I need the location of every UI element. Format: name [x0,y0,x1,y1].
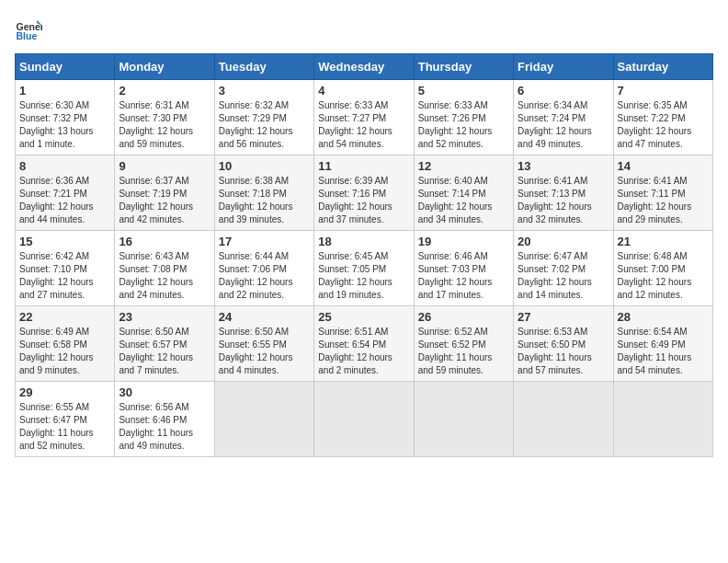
day-number: 13 [518,159,609,173]
day-number: 2 [119,84,210,98]
calendar-week-row: 22 Sunrise: 6:49 AMSunset: 6:58 PMDaylig… [16,306,713,382]
calendar-cell: 29 Sunrise: 6:55 AMSunset: 6:47 PMDaylig… [16,382,115,457]
day-number: 11 [318,159,409,173]
day-info: Sunrise: 6:43 AMSunset: 7:08 PMDaylight:… [119,251,193,300]
calendar-cell: 16 Sunrise: 6:43 AMSunset: 7:08 PMDaylig… [115,231,214,306]
day-info: Sunrise: 6:33 AMSunset: 7:27 PMDaylight:… [318,100,392,149]
calendar-cell: 6 Sunrise: 6:34 AMSunset: 7:24 PMDayligh… [514,80,613,155]
day-info: Sunrise: 6:41 AMSunset: 7:13 PMDaylight:… [518,176,592,224]
day-number: 21 [618,235,709,248]
day-number: 28 [618,310,709,324]
day-info: Sunrise: 6:46 AMSunset: 7:03 PMDaylight:… [418,251,493,300]
day-info: Sunrise: 6:34 AMSunset: 7:24 PMDaylight:… [518,100,592,149]
calendar-week-row: 29 Sunrise: 6:55 AMSunset: 6:47 PMDaylig… [16,382,713,457]
calendar-cell: 4 Sunrise: 6:33 AMSunset: 7:27 PMDayligh… [314,80,414,155]
day-info: Sunrise: 6:48 AMSunset: 7:00 PMDaylight:… [618,251,692,300]
day-number: 7 [618,84,709,98]
day-info: Sunrise: 6:51 AMSunset: 6:54 PMDaylight:… [318,327,392,375]
day-number: 6 [518,84,609,98]
calendar-cell: 15 Sunrise: 6:42 AMSunset: 7:10 PMDaylig… [16,231,115,306]
day-info: Sunrise: 6:42 AMSunset: 7:10 PMDaylight:… [19,251,94,300]
calendar-cell: 10 Sunrise: 6:38 AMSunset: 7:18 PMDaylig… [214,155,313,231]
calendar-cell [414,382,513,457]
calendar-cell: 24 Sunrise: 6:50 AMSunset: 6:55 PMDaylig… [214,306,313,382]
day-number: 8 [19,159,110,173]
day-info: Sunrise: 6:30 AMSunset: 7:32 PMDaylight:… [19,100,94,149]
logo-icon: General Blue [15,15,42,42]
day-info: Sunrise: 6:50 AMSunset: 6:55 PMDaylight:… [219,327,293,375]
calendar-cell: 20 Sunrise: 6:47 AMSunset: 7:02 PMDaylig… [514,231,613,306]
svg-text:Blue: Blue [17,30,38,41]
calendar-cell: 1 Sunrise: 6:30 AMSunset: 7:32 PMDayligh… [16,80,115,155]
day-number: 3 [219,84,310,98]
day-number: 12 [418,159,509,173]
calendar-cell: 3 Sunrise: 6:32 AMSunset: 7:29 PMDayligh… [214,80,313,155]
calendar-table: SundayMondayTuesdayWednesdayThursdayFrid… [15,53,713,457]
weekday-header: Sunday [16,54,115,80]
weekday-header: Friday [514,54,613,80]
weekday-header: Saturday [613,54,712,80]
calendar-cell: 30 Sunrise: 6:56 AMSunset: 6:46 PMDaylig… [115,382,214,457]
weekday-header: Thursday [414,54,513,80]
calendar-cell: 8 Sunrise: 6:36 AMSunset: 7:21 PMDayligh… [16,155,115,231]
weekday-header: Monday [115,54,214,80]
day-number: 17 [219,235,310,248]
day-info: Sunrise: 6:41 AMSunset: 7:11 PMDaylight:… [618,176,692,224]
day-info: Sunrise: 6:50 AMSunset: 6:57 PMDaylight:… [119,327,193,375]
day-number: 22 [19,310,110,324]
calendar-cell: 7 Sunrise: 6:35 AMSunset: 7:22 PMDayligh… [613,80,712,155]
day-info: Sunrise: 6:40 AMSunset: 7:14 PMDaylight:… [418,176,493,224]
weekday-header-row: SundayMondayTuesdayWednesdayThursdayFrid… [16,54,713,80]
day-info: Sunrise: 6:52 AMSunset: 6:52 PMDaylight:… [418,327,493,375]
calendar-cell: 23 Sunrise: 6:50 AMSunset: 6:57 PMDaylig… [115,306,214,382]
day-info: Sunrise: 6:47 AMSunset: 7:02 PMDaylight:… [518,251,592,300]
calendar-cell: 28 Sunrise: 6:54 AMSunset: 6:49 PMDaylig… [613,306,712,382]
day-number: 27 [518,310,609,324]
logo: General Blue [15,15,42,42]
day-number: 24 [219,310,310,324]
calendar-cell: 11 Sunrise: 6:39 AMSunset: 7:16 PMDaylig… [314,155,414,231]
day-info: Sunrise: 6:56 AMSunset: 6:46 PMDaylight:… [119,402,193,451]
page-header: General Blue [15,15,713,42]
day-number: 20 [518,235,609,248]
calendar-cell: 17 Sunrise: 6:44 AMSunset: 7:06 PMDaylig… [214,231,313,306]
calendar-cell: 2 Sunrise: 6:31 AMSunset: 7:30 PMDayligh… [115,80,214,155]
calendar-week-row: 8 Sunrise: 6:36 AMSunset: 7:21 PMDayligh… [16,155,713,231]
calendar-cell: 26 Sunrise: 6:52 AMSunset: 6:52 PMDaylig… [414,306,513,382]
day-info: Sunrise: 6:36 AMSunset: 7:21 PMDaylight:… [19,176,94,224]
day-info: Sunrise: 6:35 AMSunset: 7:22 PMDaylight:… [618,100,692,149]
weekday-header: Tuesday [214,54,313,80]
day-info: Sunrise: 6:39 AMSunset: 7:16 PMDaylight:… [318,176,392,224]
day-number: 9 [119,159,210,173]
calendar-cell: 12 Sunrise: 6:40 AMSunset: 7:14 PMDaylig… [414,155,513,231]
day-number: 29 [19,385,110,399]
calendar-cell: 27 Sunrise: 6:53 AMSunset: 6:50 PMDaylig… [514,306,613,382]
calendar-cell [613,382,712,457]
day-info: Sunrise: 6:33 AMSunset: 7:26 PMDaylight:… [418,100,493,149]
calendar-cell: 18 Sunrise: 6:45 AMSunset: 7:05 PMDaylig… [314,231,414,306]
day-info: Sunrise: 6:45 AMSunset: 7:05 PMDaylight:… [318,251,392,300]
calendar-cell [214,382,313,457]
day-number: 14 [618,159,709,173]
day-number: 26 [418,310,509,324]
day-info: Sunrise: 6:55 AMSunset: 6:47 PMDaylight:… [19,402,94,451]
calendar-cell: 22 Sunrise: 6:49 AMSunset: 6:58 PMDaylig… [16,306,115,382]
day-number: 15 [19,235,110,248]
day-number: 18 [318,235,409,248]
calendar-cell: 19 Sunrise: 6:46 AMSunset: 7:03 PMDaylig… [414,231,513,306]
day-number: 4 [318,84,409,98]
day-info: Sunrise: 6:32 AMSunset: 7:29 PMDaylight:… [219,100,293,149]
calendar-cell [314,382,414,457]
day-info: Sunrise: 6:49 AMSunset: 6:58 PMDaylight:… [19,327,94,375]
calendar-cell: 25 Sunrise: 6:51 AMSunset: 6:54 PMDaylig… [314,306,414,382]
day-info: Sunrise: 6:37 AMSunset: 7:19 PMDaylight:… [119,176,193,224]
day-number: 5 [418,84,509,98]
day-number: 1 [19,84,110,98]
calendar-cell: 14 Sunrise: 6:41 AMSunset: 7:11 PMDaylig… [613,155,712,231]
calendar-cell: 13 Sunrise: 6:41 AMSunset: 7:13 PMDaylig… [514,155,613,231]
day-info: Sunrise: 6:53 AMSunset: 6:50 PMDaylight:… [518,327,592,375]
day-number: 30 [119,385,210,399]
calendar-cell: 21 Sunrise: 6:48 AMSunset: 7:00 PMDaylig… [613,231,712,306]
day-number: 25 [318,310,409,324]
day-number: 10 [219,159,310,173]
